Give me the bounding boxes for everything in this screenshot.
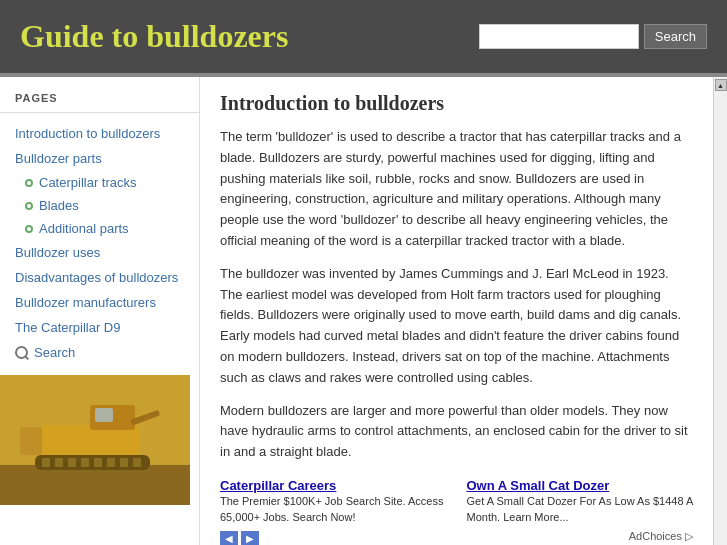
svg-rect-9 (81, 458, 89, 467)
header: Guide to bulldozers Search (0, 0, 727, 73)
ad-section: Caterpillar Careers The Premier $100K+ J… (220, 478, 693, 545)
sidebar-item-caterpillar-tracks[interactable]: Caterpillar tracks (0, 171, 199, 194)
sidebar-item-disadvantages[interactable]: Disadvantages of bulldozers (0, 265, 199, 290)
search-icon (15, 346, 29, 360)
content-title: Introduction to bulldozers (220, 92, 693, 115)
bullet-icon (25, 225, 33, 233)
svg-rect-7 (55, 458, 63, 467)
ad-item-1: Caterpillar Careers The Premier $100K+ J… (220, 478, 447, 545)
search-button[interactable]: Search (644, 24, 707, 49)
svg-rect-13 (133, 458, 141, 467)
ad-item-2: Own A Small Cat Dozer Get A Small Cat Do… (467, 478, 694, 545)
sidebar-item-blades[interactable]: Blades (0, 194, 199, 217)
nav-arrows: ◀ ▶ (220, 531, 447, 545)
ad-title-2[interactable]: Own A Small Cat Dozer (467, 478, 694, 493)
ad-text-2: Get A Small Cat Dozer For As Low As $144… (467, 493, 694, 526)
svg-rect-11 (107, 458, 115, 467)
bullet-icon (25, 179, 33, 187)
svg-rect-6 (42, 458, 50, 467)
sidebar-item-additional-parts[interactable]: Additional parts (0, 217, 199, 240)
prev-arrow[interactable]: ◀ (220, 531, 238, 545)
main-content: Introduction to bulldozers The term 'bul… (200, 77, 713, 545)
search-bar: Search (479, 24, 707, 49)
svg-rect-4 (20, 427, 42, 455)
ad-title-1[interactable]: Caterpillar Careers (220, 478, 447, 493)
sidebar-item-manufacturers[interactable]: Bulldozer manufacturers (0, 290, 199, 315)
sidebar-image (0, 375, 190, 505)
sidebar-search-item[interactable]: Search (0, 340, 199, 365)
svg-rect-12 (120, 458, 128, 467)
ad-text-1: The Premier $100K+ Job Search Site. Acce… (220, 493, 447, 526)
scroll-up-btn[interactable]: ▲ (715, 79, 727, 91)
scrollbar: ▲ (713, 77, 727, 545)
svg-rect-5 (35, 455, 150, 470)
sidebar-pages-label: PAGES (0, 92, 199, 113)
content-paragraph-1: The term 'bulldozer' is used to describe… (220, 127, 693, 252)
sidebar-item-parts[interactable]: Bulldozer parts (0, 146, 199, 171)
svg-rect-1 (0, 465, 190, 505)
sidebar-item-introduction[interactable]: Introduction to bulldozers (0, 121, 199, 146)
bullet-icon (25, 202, 33, 210)
sidebar: PAGES Introduction to bulldozers Bulldoz… (0, 77, 200, 545)
adchoices-label: AdChoices ▷ (467, 530, 694, 543)
sidebar-item-uses[interactable]: Bulldozer uses (0, 240, 199, 265)
content-paragraph-2: The bulldozer was invented by James Cumm… (220, 264, 693, 389)
content-paragraph-3: Modern bulldozers are larger and more po… (220, 401, 693, 463)
svg-rect-8 (68, 458, 76, 467)
site-title: Guide to bulldozers (20, 18, 288, 55)
next-arrow[interactable]: ▶ (241, 531, 259, 545)
sidebar-item-caterpillar-d9[interactable]: The Caterpillar D9 (0, 315, 199, 340)
svg-rect-10 (94, 458, 102, 467)
search-input[interactable] (479, 24, 639, 49)
main-layout: PAGES Introduction to bulldozers Bulldoz… (0, 77, 727, 545)
svg-rect-15 (95, 408, 113, 422)
